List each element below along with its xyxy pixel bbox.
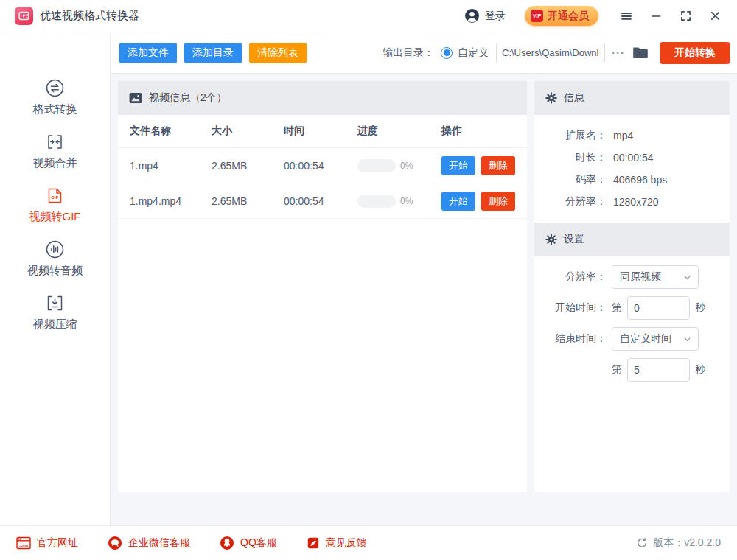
video-to-audio-icon <box>45 239 65 259</box>
output-dir-label: 输出目录： <box>383 46 434 60</box>
info-section-header: 信息 <box>534 81 730 115</box>
browse-more-button[interactable]: ··· <box>612 46 625 59</box>
add-directory-button[interactable]: 添加目录 <box>184 43 242 63</box>
cell-filename: 1.mp4 <box>130 160 212 172</box>
svg-text:GIF: GIF <box>51 195 58 200</box>
footer-link-label: QQ客服 <box>240 536 277 550</box>
row-start-button[interactable]: 开始 <box>441 192 475 211</box>
start-convert-button[interactable]: 开始转换 <box>660 42 730 64</box>
end-time-prefix: 第 <box>612 363 622 377</box>
chevron-down-icon <box>683 273 691 281</box>
duration-value: 00:00:54 <box>613 152 654 164</box>
row-delete-button[interactable]: 删除 <box>481 192 515 211</box>
footer-link-label: 意见反馈 <box>326 536 367 550</box>
official-website-icon: .com <box>16 536 31 550</box>
setting-row-end-time-mode: 结束时间： 自定义时间 <box>534 327 730 351</box>
chevron-down-icon <box>683 335 691 343</box>
col-action: 操作 <box>441 125 527 138</box>
resolution-select[interactable]: 同原视频 <box>612 265 699 289</box>
video-info-panel: 视频信息（2个） 文件名称 大小 时间 进度 操作 1.mp4 2.65MB 0… <box>118 81 527 492</box>
cell-time: 00:00:54 <box>284 160 357 172</box>
wechat-service-link[interactable]: 企业微信客服 <box>108 536 190 550</box>
sidebar-item-format-convert[interactable]: 格式转换 <box>33 78 77 116</box>
details-panel: 信息 扩展名： mp4 时长： 00:00:54 码率： <box>534 81 730 492</box>
close-icon[interactable] <box>710 10 721 21</box>
custom-output-radio[interactable] <box>441 47 453 59</box>
clear-list-button[interactable]: 清除列表 <box>249 43 307 63</box>
cell-filename: 1.mp4.mp4 <box>130 195 212 207</box>
svg-text:.com: .com <box>19 543 28 547</box>
check-update-icon[interactable] <box>636 537 648 549</box>
table-row: 1.mp4 2.65MB 00:00:54 0% 开始 删除 <box>118 148 527 183</box>
sidebar-item-label: 格式转换 <box>33 102 77 116</box>
user-icon <box>464 8 480 24</box>
add-file-button[interactable]: 添加文件 <box>119 43 177 63</box>
app-window: 优速视频格式转换器 登录 VIP 开通会员 <box>0 0 737 560</box>
col-filename: 文件名称 <box>130 125 212 138</box>
qq-service-link[interactable]: QQ客服 <box>220 536 277 550</box>
sidebar-item-video-to-audio[interactable]: 视频转音频 <box>27 239 83 278</box>
vip-badge-icon: VIP <box>531 10 543 22</box>
feedback-link[interactable]: 意见反馈 <box>307 536 367 550</box>
app-title: 优速视频格式转换器 <box>40 9 139 23</box>
video-compress-icon <box>45 293 65 313</box>
info-row-resolution: 分辨率： 1280x720 <box>534 191 730 213</box>
info-row-extension: 扩展名： mp4 <box>534 125 730 147</box>
footer-link-label: 官方网址 <box>37 536 78 550</box>
sidebar-item-video-compress[interactable]: 视频压缩 <box>33 293 77 332</box>
wechat-service-icon <box>108 536 122 550</box>
end-time-input[interactable] <box>627 358 690 382</box>
progress-bar <box>357 159 396 172</box>
row-delete-button[interactable]: 删除 <box>481 156 515 175</box>
video-to-gif-icon: GIF <box>45 186 65 206</box>
gear-icon <box>545 234 557 245</box>
settings-section-header: 设置 <box>534 223 730 256</box>
open-vip-button[interactable]: VIP 开通会员 <box>525 6 598 26</box>
titlebar: 优速视频格式转换器 登录 VIP 开通会员 <box>0 0 737 32</box>
video-info-title: 视频信息（2个） <box>149 91 227 105</box>
bitrate-value: 406696 bps <box>613 174 667 186</box>
end-time-mode-select[interactable]: 自定义时间 <box>612 327 699 351</box>
minimize-icon[interactable] <box>651 10 662 21</box>
start-time-suffix: 秒 <box>695 301 705 315</box>
end-time-suffix: 秒 <box>695 363 705 377</box>
cell-time: 00:00:54 <box>284 195 357 207</box>
progress-value: 0% <box>400 161 413 171</box>
sidebar-item-video-merge[interactable]: 视频合并 <box>33 132 77 170</box>
open-vip-label: 开通会员 <box>548 10 589 23</box>
sidebar-item-label: 视频转GIF <box>29 210 81 224</box>
setting-row-end-time-value: 第 秒 <box>534 358 730 382</box>
sidebar-item-video-to-gif[interactable]: GIF 视频转GIF <box>29 186 81 224</box>
toolbar: 添加文件 添加目录 清除列表 输出目录： 自定义 ··· 开始转换 <box>111 32 737 74</box>
start-time-prefix: 第 <box>612 301 622 315</box>
progress-bar <box>357 195 396 208</box>
video-merge-icon <box>45 132 65 152</box>
col-time: 时间 <box>284 125 357 138</box>
open-folder-icon[interactable] <box>633 46 648 59</box>
sidebar-item-label: 视频转音频 <box>27 264 83 278</box>
version-label: 版本：v2.0.2.0 <box>653 536 721 550</box>
video-info-icon <box>129 92 142 104</box>
info-section-title: 信息 <box>564 91 584 105</box>
output-path-input[interactable] <box>496 43 605 63</box>
progress-value: 0% <box>400 196 413 206</box>
settings-section-title: 设置 <box>564 233 584 246</box>
resolution-value: 1280x720 <box>613 196 659 208</box>
maximize-icon[interactable] <box>680 10 691 21</box>
setting-row-resolution: 分辨率： 同原视频 <box>534 265 730 289</box>
app-logo-icon <box>15 7 33 25</box>
col-progress: 进度 <box>357 125 441 138</box>
login-button[interactable]: 登录 <box>464 8 506 24</box>
col-size: 大小 <box>212 125 284 138</box>
info-row-bitrate: 码率： 406696 bps <box>534 169 730 191</box>
row-start-button[interactable]: 开始 <box>441 156 475 175</box>
gear-icon <box>545 92 557 104</box>
table-row: 1.mp4.mp4 2.65MB 00:00:54 0% 开始 删除 <box>118 183 527 219</box>
official-website-link[interactable]: .com 官方网址 <box>16 536 78 550</box>
sidebar-item-label: 视频合并 <box>33 156 77 170</box>
info-row-duration: 时长： 00:00:54 <box>534 147 730 169</box>
cell-size: 2.65MB <box>212 195 284 207</box>
menu-icon[interactable] <box>621 10 632 22</box>
start-time-input[interactable] <box>627 296 690 320</box>
format-convert-icon <box>45 78 65 98</box>
